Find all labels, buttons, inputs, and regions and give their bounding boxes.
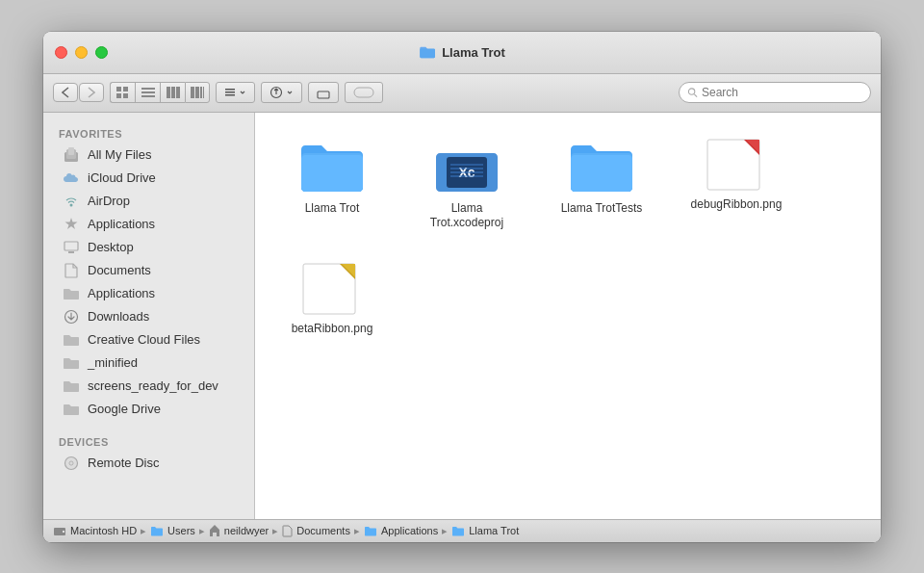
list-view-button[interactable] — [135, 82, 160, 103]
breadcrumb-hd[interactable]: Macintosh HD — [53, 525, 137, 536]
svg-rect-13 — [203, 87, 204, 98]
share-button[interactable] — [308, 82, 339, 103]
search-input[interactable] — [702, 86, 862, 99]
breadcrumb-sep5: ▸ — [442, 525, 448, 537]
folder-gray4-icon — [63, 378, 80, 395]
sidebar-item-label: All My Files — [88, 147, 151, 162]
documents-icon — [63, 262, 80, 279]
folder-title-icon — [419, 45, 436, 59]
svg-rect-1 — [123, 87, 128, 91]
breadcrumb-user[interactable]: neildwyer — [209, 524, 269, 537]
sidebar-item-desktop[interactable]: Desktop — [47, 236, 250, 259]
sidebar-item-label: Applications — [88, 217, 155, 231]
sidebar-item-documents[interactable]: Documents — [47, 259, 250, 282]
breadcrumb-label: Llama Trot — [469, 525, 519, 536]
sidebar-item-applications-folder[interactable]: Applications — [47, 282, 250, 305]
folder-gray3-icon — [63, 354, 80, 372]
view-toggle-group — [110, 82, 210, 103]
sidebar-item-icloud-drive[interactable]: iCloud Drive — [47, 167, 250, 190]
svg-rect-15 — [225, 91, 235, 93]
xcodeproj-icon: Xc — [433, 138, 500, 195]
file-item-llama-trot[interactable]: Llama Trot — [274, 132, 390, 237]
hd-icon — [53, 525, 66, 536]
disc-icon — [63, 455, 80, 472]
breadcrumb-sep4: ▸ — [354, 525, 360, 537]
arrange-button[interactable] — [216, 82, 255, 103]
breadcrumb-sep1: ▸ — [141, 525, 146, 537]
breadcrumb-llama-trot[interactable]: Llama Trot — [451, 525, 519, 536]
minimize-button[interactable] — [75, 46, 88, 59]
sidebar: Favorites All My Files — [43, 113, 255, 519]
status-bar: Macintosh HD ▸ Users ▸ neildwyer ▸ Docum… — [43, 519, 881, 542]
breadcrumb-label: Macintosh HD — [70, 525, 137, 536]
close-button[interactable] — [55, 46, 67, 59]
svg-rect-19 — [354, 88, 373, 97]
svg-rect-26 — [68, 251, 74, 253]
folder-blue-sm3-icon — [451, 526, 465, 536]
sidebar-item-creative-cloud[interactable]: Creative Cloud Files — [47, 328, 250, 352]
file-label: Llama TrotTests — [561, 201, 643, 217]
applications-icon — [63, 216, 80, 233]
main-content: Favorites All My Files — [43, 113, 881, 519]
sidebar-item-label: Google Drive — [88, 402, 161, 416]
stack-icon — [63, 146, 80, 164]
sidebar-item-label: _minified — [88, 355, 138, 370]
sidebar-item-google-drive[interactable]: Google Drive — [47, 398, 250, 421]
desktop-icon — [63, 239, 80, 256]
file-item-debug-ribbon[interactable]: debugRibbon.png — [679, 132, 794, 237]
svg-rect-5 — [141, 91, 155, 93]
devices-header: Devices — [43, 429, 254, 452]
column-view-button[interactable] — [160, 82, 185, 103]
cover-flow-button[interactable] — [185, 82, 210, 103]
sidebar-item-label: Remote Disc — [88, 456, 159, 470]
folder-gray-icon — [63, 285, 80, 302]
file-label: debugRibbon.png — [691, 197, 783, 213]
svg-rect-0 — [116, 87, 121, 91]
breadcrumb-documents[interactable]: Documents — [282, 525, 350, 537]
title-bar: Llama Trot — [43, 32, 881, 74]
icon-view-button[interactable] — [110, 82, 135, 103]
downloads-icon — [63, 308, 80, 326]
sidebar-item-minified[interactable]: _minified — [47, 352, 250, 375]
sidebar-item-airdrop[interactable]: AirDrop — [47, 190, 250, 213]
file-label: Llama Trot — [305, 201, 360, 217]
window-title: Llama Trot — [419, 45, 505, 60]
breadcrumb-applications[interactable]: Applications — [364, 525, 438, 536]
back-button[interactable] — [53, 83, 78, 102]
sidebar-item-applications-favorites[interactable]: Applications — [47, 213, 250, 236]
breadcrumb-label: Users — [167, 525, 195, 536]
file-grid: Llama Trot Xc — [274, 132, 861, 343]
svg-rect-23 — [68, 147, 74, 155]
file-item-llama-trot-tests[interactable]: Llama TrotTests — [544, 132, 659, 237]
svg-point-30 — [70, 462, 72, 464]
sidebar-item-label: iCloud Drive — [88, 170, 156, 185]
file-area: Llama Trot Xc — [255, 113, 881, 519]
action-button[interactable] — [261, 82, 302, 103]
breadcrumb-label: Applications — [381, 525, 438, 536]
sidebar-item-screens-ready[interactable]: screens_ready_for_dev — [47, 375, 250, 398]
tag-button[interactable] — [345, 82, 383, 103]
svg-rect-11 — [195, 87, 199, 98]
sidebar-item-downloads[interactable]: Downloads — [47, 305, 250, 328]
svg-rect-8 — [171, 87, 175, 98]
folder2-icon — [568, 138, 635, 195]
svg-rect-2 — [116, 93, 121, 98]
search-box[interactable] — [679, 82, 871, 103]
breadcrumb-label: neildwyer — [224, 525, 269, 536]
toolbar — [43, 74, 881, 113]
file-item-xcodeproj[interactable]: Xc Llama Trot.xcodeproj — [409, 132, 525, 237]
breadcrumb-label: Documents — [296, 525, 350, 536]
sidebar-item-label: Creative Cloud Files — [88, 332, 200, 347]
wifi-icon — [63, 193, 80, 210]
maximize-button[interactable] — [95, 46, 108, 59]
svg-rect-10 — [191, 87, 194, 98]
favorites-header: Favorites — [43, 120, 254, 143]
forward-button[interactable] — [79, 83, 104, 102]
sidebar-item-remote-disc[interactable]: Remote Disc — [47, 452, 250, 475]
sidebar-item-all-my-files[interactable]: All My Files — [47, 143, 250, 167]
breadcrumb-sep3: ▸ — [272, 525, 278, 537]
breadcrumb-users[interactable]: Users — [150, 525, 195, 536]
file-item-beta-ribbon[interactable]: betaRibbon.png — [274, 256, 390, 343]
sidebar-item-label: Applications — [88, 286, 155, 300]
svg-rect-9 — [176, 87, 180, 98]
